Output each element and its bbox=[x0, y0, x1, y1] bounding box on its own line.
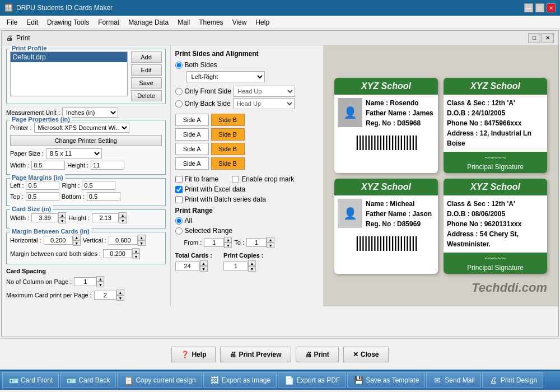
card-width-input[interactable] bbox=[31, 213, 58, 222]
total-cards-input[interactable] bbox=[175, 262, 200, 270]
side-a-btn-3[interactable]: Side A bbox=[175, 143, 209, 155]
print-copies-input[interactable] bbox=[223, 262, 248, 270]
restore-btn[interactable]: □ bbox=[535, 3, 544, 12]
side-b-btn-2[interactable]: Side B bbox=[211, 128, 245, 141]
save-button[interactable]: Save bbox=[131, 77, 162, 88]
height-input[interactable]: 11 bbox=[91, 161, 124, 170]
side-a-btn-2[interactable]: Side A bbox=[175, 128, 209, 141]
printer-select[interactable]: Microsoft XPS Document Wi... bbox=[34, 123, 129, 133]
taskbar-card-front[interactable]: 🪪 Card Front bbox=[2, 372, 59, 388]
column-up[interactable]: ▲ bbox=[96, 276, 104, 282]
back-side-radio[interactable] bbox=[175, 100, 183, 108]
from-down[interactable]: ▼ bbox=[224, 242, 232, 248]
delete-button[interactable]: Delete bbox=[131, 90, 162, 101]
both-sides-down[interactable]: ▼ bbox=[132, 254, 140, 259]
menu-drawing-tools[interactable]: Drawing Tools bbox=[43, 17, 94, 27]
print-batch-check[interactable] bbox=[175, 196, 183, 203]
card-height-up[interactable]: ▲ bbox=[119, 212, 127, 218]
horizontal-up[interactable]: ▲ bbox=[73, 235, 81, 240]
horizontal-down[interactable]: ▼ bbox=[73, 240, 81, 246]
card-height-down[interactable]: ▼ bbox=[119, 218, 127, 223]
menu-view[interactable]: View bbox=[228, 17, 251, 27]
card-width-up[interactable]: ▲ bbox=[58, 212, 66, 218]
max-card-down[interactable]: ▼ bbox=[116, 295, 124, 301]
taskbar-send-mail-label: Send Mail bbox=[445, 376, 474, 384]
taskbar-print-design[interactable]: 🖨 Print Design bbox=[482, 372, 543, 388]
left-input[interactable] bbox=[26, 181, 59, 190]
side-b-btn-1[interactable]: Side B bbox=[211, 114, 245, 126]
to-input[interactable] bbox=[246, 238, 267, 247]
close-action-button[interactable]: ✕ Close bbox=[343, 347, 389, 362]
dialog-restore-btn[interactable]: □ bbox=[528, 33, 540, 43]
to-down[interactable]: ▼ bbox=[267, 242, 274, 248]
vertical-down[interactable]: ▼ bbox=[138, 240, 146, 246]
menu-edit[interactable]: Edit bbox=[22, 17, 43, 27]
taskbar-export-image[interactable]: 🖼 Export as Image bbox=[203, 372, 277, 388]
change-printer-button[interactable]: Change Printer Setting bbox=[10, 135, 162, 146]
top-input[interactable] bbox=[26, 192, 59, 201]
taskbar-send-mail[interactable]: ✉ Send Mail bbox=[426, 372, 480, 388]
all-radio[interactable] bbox=[175, 217, 183, 225]
total-cards-down[interactable]: ▼ bbox=[200, 266, 208, 272]
side-b-btn-3[interactable]: Side B bbox=[211, 143, 245, 155]
dialog-close-btn[interactable]: ✕ bbox=[542, 33, 554, 43]
help-action-button[interactable]: ❓ Help bbox=[171, 347, 216, 362]
from-up[interactable]: ▲ bbox=[224, 237, 232, 242]
print-copies-up[interactable]: ▲ bbox=[248, 260, 256, 266]
side-a-btn-1[interactable]: Side A bbox=[175, 114, 209, 126]
fit-to-frame-check[interactable] bbox=[175, 176, 183, 183]
card-width-down[interactable]: ▼ bbox=[58, 218, 66, 223]
edit-button[interactable]: Edit bbox=[131, 64, 162, 76]
column-input[interactable] bbox=[74, 277, 96, 286]
minimize-btn[interactable]: — bbox=[524, 3, 533, 12]
card-2-sig-line: ~~~~~ bbox=[446, 154, 545, 163]
profile-item[interactable]: Default.drp bbox=[11, 52, 127, 62]
taskbar-export-pdf[interactable]: 📄 Export as PDF bbox=[278, 372, 346, 388]
back-headup-select[interactable]: Head Up bbox=[233, 98, 295, 109]
paper-size-select[interactable]: 8.5 x 11 bbox=[46, 148, 102, 158]
lr-select[interactable]: Left-Right bbox=[186, 71, 265, 82]
close-btn[interactable]: ✕ bbox=[547, 3, 556, 12]
total-cards-up[interactable]: ▲ bbox=[200, 260, 208, 266]
both-sides-up[interactable]: ▲ bbox=[132, 248, 140, 254]
all-radio-row: All bbox=[175, 217, 319, 225]
menu-mail[interactable]: Mail bbox=[173, 17, 194, 27]
horizontal-input[interactable] bbox=[44, 236, 73, 245]
menu-themes[interactable]: Themes bbox=[194, 17, 227, 27]
print-preview-button[interactable]: 🖨 Print Preview bbox=[220, 347, 291, 362]
both-sides-input[interactable] bbox=[103, 249, 132, 258]
menu-help[interactable]: Help bbox=[251, 17, 274, 27]
front-side-radio[interactable] bbox=[175, 88, 183, 95]
card-height-input[interactable] bbox=[92, 213, 119, 222]
selected-range-radio[interactable] bbox=[175, 227, 183, 235]
bottom-input[interactable] bbox=[87, 192, 120, 201]
width-input[interactable]: 8.5 bbox=[31, 161, 65, 170]
side-b-btn-4[interactable]: Side B bbox=[211, 157, 245, 170]
add-button[interactable]: Add bbox=[131, 52, 162, 63]
profile-list[interactable]: Default.drp bbox=[10, 52, 128, 96]
menu-file[interactable]: File bbox=[2, 17, 22, 27]
menu-format[interactable]: Format bbox=[94, 17, 124, 27]
taskbar-save-template[interactable]: 💾 Save as Template bbox=[347, 372, 425, 388]
print-action-button[interactable]: 🖨 Print bbox=[296, 347, 339, 362]
c3-name-label: Name : bbox=[366, 200, 388, 208]
taskbar-card-back[interactable]: 🪪 Card Back bbox=[60, 372, 116, 388]
both-sides-radio[interactable] bbox=[175, 62, 183, 69]
from-input[interactable] bbox=[204, 238, 224, 247]
vertical-input[interactable] bbox=[109, 236, 138, 245]
card-4-sig: ~~~~~ Principal Signature bbox=[444, 253, 547, 274]
max-card-input[interactable] bbox=[94, 291, 116, 300]
max-card-up[interactable]: ▲ bbox=[116, 290, 124, 295]
taskbar-copy-design[interactable]: 📋 Copy current design bbox=[117, 372, 202, 388]
column-down[interactable]: ▼ bbox=[96, 282, 104, 287]
print-excel-check[interactable] bbox=[175, 186, 183, 193]
print-copies-down[interactable]: ▼ bbox=[248, 266, 256, 272]
menu-manage-data[interactable]: Manage Data bbox=[124, 17, 173, 27]
vertical-up[interactable]: ▲ bbox=[138, 235, 146, 240]
right-input[interactable] bbox=[82, 181, 115, 190]
side-a-btn-4[interactable]: Side A bbox=[175, 157, 209, 170]
enable-crop-check[interactable] bbox=[232, 176, 239, 183]
to-up[interactable]: ▲ bbox=[267, 237, 274, 242]
card-1-photo: 👤 bbox=[338, 98, 362, 127]
front-headup-select[interactable]: Head Up bbox=[234, 86, 295, 97]
